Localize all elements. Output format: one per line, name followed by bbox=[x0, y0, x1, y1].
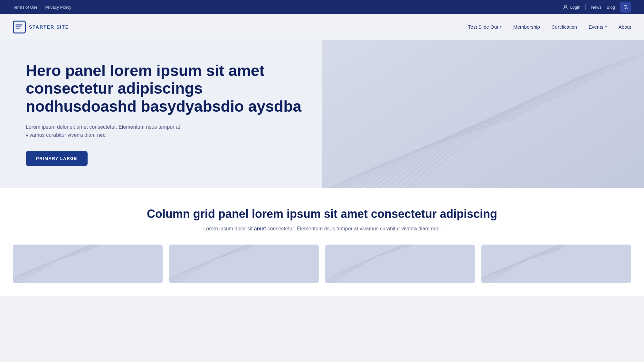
card-4 bbox=[481, 245, 631, 283]
svg-rect-4 bbox=[15, 26, 21, 27]
news-link[interactable]: News bbox=[591, 5, 601, 10]
card-3-svg bbox=[325, 245, 475, 283]
top-bar-left-links: Terms of Use Privacy Policy bbox=[13, 5, 71, 10]
svg-rect-9 bbox=[325, 245, 475, 283]
nav-item-certification[interactable]: Certification bbox=[552, 24, 577, 30]
card-4-svg bbox=[481, 245, 631, 283]
hero-subtitle: Lorem ipsum dolor sit amet consectetur. … bbox=[26, 123, 180, 139]
search-icon bbox=[623, 5, 628, 10]
top-bar: Terms of Use Privacy Policy Login News B… bbox=[0, 0, 644, 14]
nav-item-events[interactable]: Events ▾ bbox=[589, 24, 607, 30]
card-2 bbox=[169, 245, 319, 283]
logo-icon bbox=[13, 21, 26, 33]
top-bar-right-links: Login News Blog bbox=[563, 2, 631, 13]
person-icon bbox=[563, 4, 568, 10]
svg-line-2 bbox=[627, 8, 628, 9]
card-1 bbox=[13, 245, 163, 283]
search-button[interactable] bbox=[620, 2, 631, 13]
brand-name: STARTER SITE bbox=[29, 24, 69, 30]
nav-item-about[interactable]: About bbox=[619, 24, 631, 30]
chevron-down-icon: ▾ bbox=[605, 25, 607, 29]
column-section: Column grid panel lorem ipsum sit amet c… bbox=[0, 188, 644, 296]
privacy-policy-link[interactable]: Privacy Policy bbox=[45, 5, 71, 10]
svg-rect-6 bbox=[322, 40, 644, 188]
hero-section: Hero panel lorem ipsum sit amet consecte… bbox=[0, 40, 644, 188]
column-section-subtitle: Lorem ipsum dolor sit amet consectetur. … bbox=[13, 226, 631, 232]
hero-title: Hero panel lorem ipsum sit amet consecte… bbox=[26, 62, 303, 115]
terms-of-use-link[interactable]: Terms of Use bbox=[13, 5, 38, 10]
card-3 bbox=[325, 245, 475, 283]
hero-decorative-svg bbox=[322, 40, 644, 188]
nav-divider bbox=[585, 4, 586, 10]
column-section-title: Column grid panel lorem ipsum sit amet c… bbox=[13, 207, 631, 221]
svg-point-1 bbox=[624, 5, 627, 8]
blog-link[interactable]: Blog bbox=[607, 5, 615, 10]
card-2-svg bbox=[169, 245, 319, 283]
svg-point-0 bbox=[564, 5, 566, 7]
nav-item-test-slide-out[interactable]: Test Slide Out ▾ bbox=[468, 24, 502, 30]
hero-image bbox=[322, 40, 644, 188]
svg-rect-3 bbox=[15, 24, 23, 25]
hero-content: Hero panel lorem ipsum sit amet consecte… bbox=[0, 40, 322, 188]
main-nav: STARTER SITE Test Slide Out ▾ Membership… bbox=[0, 14, 644, 40]
card-1-svg bbox=[13, 245, 163, 283]
nav-item-membership[interactable]: Membership bbox=[513, 24, 540, 30]
login-link[interactable]: Login bbox=[563, 4, 581, 10]
hero-cta-button[interactable]: PRIMARY LARGE bbox=[26, 151, 88, 166]
logo-svg bbox=[15, 23, 24, 32]
cards-grid bbox=[13, 245, 631, 283]
chevron-down-icon: ▾ bbox=[500, 25, 502, 29]
nav-links: Test Slide Out ▾ Membership Certificatio… bbox=[468, 24, 631, 30]
logo[interactable]: STARTER SITE bbox=[13, 21, 69, 33]
svg-rect-5 bbox=[15, 28, 20, 29]
